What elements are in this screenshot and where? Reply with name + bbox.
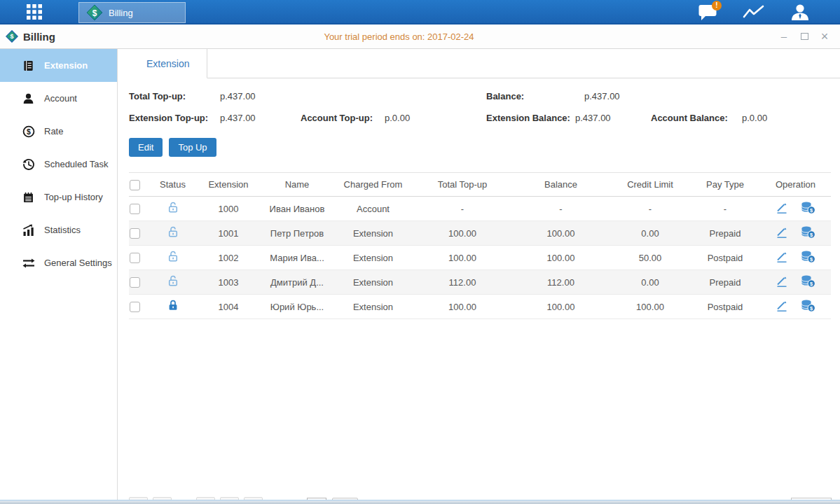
top-up-row-icon[interactable]: $ bbox=[801, 274, 815, 290]
minimize-icon[interactable]: – bbox=[778, 31, 790, 42]
top-up-row-icon[interactable]: $ bbox=[801, 201, 815, 216]
close-icon[interactable]: × bbox=[819, 31, 830, 42]
top-up-row-icon[interactable]: $ bbox=[801, 225, 815, 241]
cell-credit-limit: - bbox=[610, 197, 690, 221]
extension-topup-label: Extension Top-up: bbox=[129, 113, 208, 123]
col-balance: Balance bbox=[511, 173, 610, 197]
cell-credit-limit: 0.00 bbox=[610, 221, 690, 246]
cell-name: Дмитрий Д... bbox=[261, 270, 333, 295]
table-row: 1002 Мария Ива... Extension 100.00 100.0… bbox=[129, 246, 831, 270]
messages-icon[interactable]: ! bbox=[696, 2, 719, 23]
cell-name: Юрий Юрь... bbox=[261, 295, 333, 319]
edit-button[interactable]: Edit bbox=[129, 138, 163, 157]
cell-pay-type: Postpaid bbox=[690, 246, 760, 270]
sidebar-item-general-settings[interactable]: General Settings bbox=[0, 246, 117, 279]
app-grid-icon[interactable] bbox=[25, 4, 43, 20]
top-up-row-icon[interactable]: $ bbox=[801, 299, 815, 314]
cell-charged-from: Account bbox=[333, 197, 413, 221]
action-buttons: Edit Top Up bbox=[129, 138, 840, 157]
cell-credit-limit: 50.00 bbox=[610, 246, 690, 270]
cell-extension: 1002 bbox=[195, 246, 261, 270]
cell-charged-from: Extension bbox=[333, 246, 413, 270]
cell-credit-limit: 0.00 bbox=[610, 270, 690, 295]
reports-icon[interactable] bbox=[742, 2, 766, 23]
cell-extension: 1003 bbox=[195, 270, 261, 295]
edit-row-icon[interactable] bbox=[776, 300, 789, 314]
unlock-icon[interactable] bbox=[167, 251, 179, 265]
cell-extension: 1004 bbox=[195, 295, 261, 319]
line-chart-icon bbox=[743, 4, 765, 21]
sidebar-item-label: Account bbox=[44, 93, 77, 104]
col-pay-type: Pay Type bbox=[690, 173, 760, 197]
sidebar-item-extension[interactable]: Extension bbox=[0, 49, 117, 82]
unlock-icon[interactable] bbox=[167, 226, 179, 240]
cell-total-topup: 112.00 bbox=[413, 270, 511, 295]
total-topup-value: p.437.00 bbox=[220, 91, 256, 102]
extension-ledger-icon bbox=[22, 59, 35, 72]
notification-badge: ! bbox=[712, 1, 722, 10]
top-up-button[interactable]: Top Up bbox=[169, 138, 216, 157]
billing-window: $ Billing ! bbox=[0, 0, 840, 504]
main-content: Extension Total Top-up: p.437.00 Balance… bbox=[118, 49, 840, 504]
balance-label: Balance: bbox=[486, 91, 524, 102]
sidebar-item-rate[interactable]: $ Rate bbox=[0, 115, 117, 148]
maximize-icon[interactable] bbox=[799, 31, 810, 42]
col-total-topup: Total Top-up bbox=[413, 173, 511, 197]
tab-extension[interactable]: Extension bbox=[129, 49, 207, 78]
cell-extension: 1000 bbox=[195, 197, 261, 221]
app-tab-label: Billing bbox=[109, 8, 133, 18]
sidebar-item-topup-history[interactable]: Top-up History bbox=[0, 181, 117, 214]
sidebar-item-label: Scheduled Task bbox=[44, 159, 109, 169]
cell-pay-type: Postpaid bbox=[690, 295, 760, 319]
cell-pay-type: Prepaid bbox=[690, 270, 760, 295]
cell-total-topup: 100.00 bbox=[413, 295, 511, 319]
edit-row-icon[interactable] bbox=[776, 202, 789, 216]
cell-total-topup: 100.00 bbox=[413, 221, 511, 246]
sidebar-item-account[interactable]: Account bbox=[0, 82, 117, 115]
sidebar-item-label: Statistics bbox=[44, 225, 81, 235]
top-up-row-icon[interactable]: $ bbox=[801, 250, 815, 265]
col-name: Name bbox=[261, 173, 333, 197]
row-checkbox[interactable] bbox=[130, 302, 140, 312]
window-bottom-edge bbox=[0, 500, 840, 504]
row-checkbox[interactable] bbox=[130, 228, 140, 239]
cell-name: Иван Иванов bbox=[261, 197, 333, 221]
edit-row-icon[interactable] bbox=[776, 275, 789, 290]
extension-balance-label: Extension Balance: bbox=[486, 113, 570, 123]
cell-balance: 100.00 bbox=[511, 295, 610, 319]
table-row: 1004 Юрий Юрь... Extension 100.00 100.00… bbox=[129, 295, 831, 319]
sidebar-item-scheduled-task[interactable]: Scheduled Task bbox=[0, 148, 117, 181]
account-topup-label: Account Top-up: bbox=[301, 113, 373, 123]
unlock-icon[interactable] bbox=[167, 202, 179, 216]
app-grid-glyph bbox=[27, 4, 42, 20]
cell-balance: 100.00 bbox=[511, 221, 610, 246]
sidebar-item-label: General Settings bbox=[44, 258, 112, 268]
user-account-icon[interactable] bbox=[788, 2, 812, 23]
cell-total-topup: - bbox=[413, 197, 511, 221]
col-credit-limit: Credit Limit bbox=[610, 173, 690, 197]
row-checkbox[interactable] bbox=[130, 277, 140, 288]
window-controls: – × bbox=[778, 31, 830, 42]
col-operation: Operation bbox=[760, 173, 831, 197]
col-extension: Extension bbox=[195, 173, 261, 197]
tab-billing-app[interactable]: $ Billing bbox=[78, 2, 186, 23]
select-all-checkbox[interactable] bbox=[130, 180, 140, 190]
lock-icon[interactable] bbox=[167, 300, 179, 314]
cell-balance: 100.00 bbox=[511, 246, 610, 270]
table-row: 1000 Иван Иванов Account - - - - $ bbox=[129, 197, 831, 221]
account-balance-label: Account Balance: bbox=[651, 113, 728, 123]
edit-row-icon[interactable] bbox=[776, 226, 789, 241]
sidebar-item-label: Top-up History bbox=[44, 192, 103, 202]
cell-balance: - bbox=[511, 197, 610, 221]
sidebar-item-statistics[interactable]: Statistics bbox=[0, 214, 117, 246]
row-checkbox[interactable] bbox=[130, 253, 140, 263]
rate-dollar-icon: $ bbox=[22, 125, 35, 138]
unlock-icon[interactable] bbox=[167, 275, 179, 289]
svg-text:$: $ bbox=[27, 127, 31, 136]
svg-text:$: $ bbox=[92, 8, 97, 18]
maximize-glyph bbox=[801, 33, 808, 40]
edit-row-icon[interactable] bbox=[776, 251, 789, 265]
titlebar: $ Billing Your trial period ends on: 201… bbox=[0, 24, 840, 49]
row-checkbox[interactable] bbox=[130, 204, 140, 214]
topbar-right: ! bbox=[696, 0, 812, 24]
